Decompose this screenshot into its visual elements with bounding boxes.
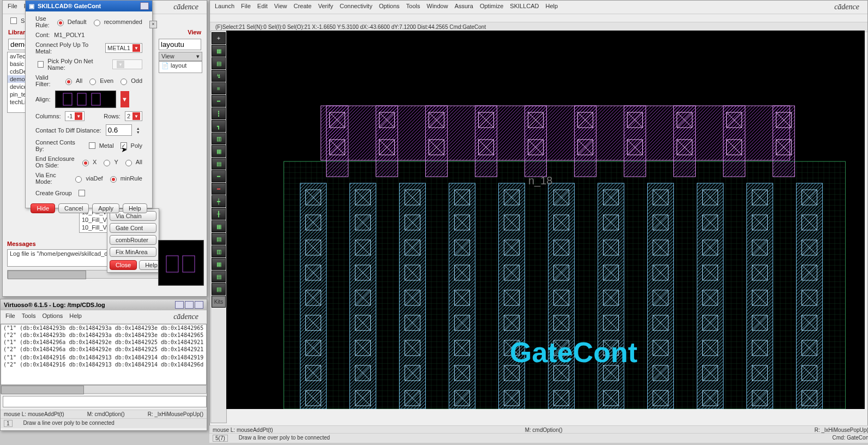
via-enc-minrule-radio[interactable] xyxy=(110,176,117,183)
svg-rect-146 xyxy=(92,93,100,105)
log-title: Virtuoso® 6.1.5 - Log: /tmp/CDS.log xyxy=(4,302,105,308)
menu-verify[interactable]: Verify xyxy=(315,2,336,13)
menu-assura[interactable]: Assura xyxy=(452,2,476,13)
view-search-input[interactable] xyxy=(159,39,201,50)
apply-button[interactable]: Apply xyxy=(92,203,119,213)
help-button[interactable]: Help xyxy=(123,203,147,213)
svg-rect-145 xyxy=(77,93,86,105)
gatecont-titlebar[interactable]: ▣ SKILLCAD® GateCont xyxy=(26,1,152,11)
menu-view[interactable]: View xyxy=(272,2,290,13)
valid-filter-even-radio[interactable] xyxy=(89,79,96,85)
minimize-icon[interactable] xyxy=(175,301,184,309)
tool-icon-16[interactable]: ▤ xyxy=(212,233,226,245)
view-item[interactable]: 📄 layout xyxy=(159,62,202,70)
tool-icon-5[interactable]: ━ xyxy=(212,95,226,107)
tool-icon-8[interactable]: ▥ xyxy=(212,133,226,145)
connect-conts-metal-check[interactable] xyxy=(89,142,95,149)
maximize-icon[interactable] xyxy=(185,301,194,309)
pick-poly-label: Pick Poly On Net Name: xyxy=(47,58,108,71)
log-text[interactable]: ("1" (db:0x1484293b db:0x1484293a db:0x1… xyxy=(1,324,207,385)
hide-button[interactable]: Hide xyxy=(31,203,55,213)
cancel-button[interactable]: Cancel xyxy=(58,203,89,213)
close-icon[interactable] xyxy=(140,2,149,10)
end-enc-x-radio[interactable] xyxy=(82,160,89,166)
shu-checkbox[interactable] xyxy=(10,17,17,24)
valid-filter-all-radio[interactable] xyxy=(65,79,72,85)
tool-icon-13[interactable]: ┿ xyxy=(212,195,226,207)
tool-kits-icon[interactable]: Kits xyxy=(212,296,226,308)
layout-canvas[interactable]: n_18 GateCont xyxy=(226,31,865,409)
tool-icon-17[interactable]: ▥ xyxy=(212,245,226,257)
chevron-down-icon[interactable]: ▼ xyxy=(132,44,140,52)
view-tab[interactable]: View xyxy=(161,53,174,60)
create-group-label: Create Group xyxy=(35,190,72,196)
menu-edit[interactable]: Edit xyxy=(255,2,270,13)
cursor-icon: ➤ xyxy=(121,145,128,154)
log-brand: cādence xyxy=(171,311,201,322)
tool-icon-9[interactable]: ▦ xyxy=(212,145,226,157)
libmgr-menu-file[interactable]: File xyxy=(5,2,20,13)
panel-close-icon[interactable]: × xyxy=(149,21,157,28)
rows-combo[interactable]: 2▼ xyxy=(125,111,142,121)
valid-filter-odd-radio[interactable] xyxy=(120,79,127,85)
end-enc-y-radio[interactable] xyxy=(104,160,110,166)
menu-help[interactable]: Help xyxy=(543,2,561,13)
via-enc-viadef-radio[interactable] xyxy=(75,176,82,183)
align-dropdown-icon[interactable]: ▼ xyxy=(120,91,129,107)
menu-window[interactable]: Window xyxy=(424,2,451,13)
log-menu-file[interactable]: File xyxy=(3,311,18,322)
tool-icon-19[interactable]: ▤ xyxy=(212,270,226,282)
log-menu-tools[interactable]: Tools xyxy=(19,311,39,322)
pick-poly-combo[interactable]: ▼ xyxy=(112,59,142,69)
tool-icon-20[interactable]: ▤ xyxy=(212,283,226,295)
tool-icon-18[interactable]: ▦ xyxy=(212,258,226,270)
log-menu-options[interactable]: Options xyxy=(39,311,65,322)
menu-options[interactable]: Options xyxy=(376,2,402,13)
log-window: Virtuoso® 6.1.5 - Log: /tmp/CDS.log File… xyxy=(0,299,207,431)
log-prompt-bar: 1 Draw a line over poly to be connected xyxy=(1,418,207,428)
log-hscroll[interactable] xyxy=(1,385,207,394)
popup-close-button[interactable]: Close xyxy=(110,260,137,270)
tool-icon-11[interactable]: ━ xyxy=(212,170,226,182)
tool-icon-10[interactable]: ▤ xyxy=(212,158,226,170)
tool-icon-6[interactable]: ┇ xyxy=(212,107,226,119)
spinner-icon[interactable]: ▲▼ xyxy=(136,127,140,134)
pick-poly-checkbox[interactable] xyxy=(38,61,44,68)
align-preview[interactable] xyxy=(55,91,116,108)
use-rule-recommended-radio[interactable] xyxy=(94,20,100,26)
gate-cont-button[interactable]: Gate Cont xyxy=(110,223,156,233)
log-menu-help[interactable]: Help xyxy=(67,311,85,322)
messages-heading: Messages xyxy=(7,240,36,247)
menu-skillcad[interactable]: SKILLCAD xyxy=(507,2,541,13)
tool-icon-7[interactable]: ┓ xyxy=(212,120,226,132)
menu-tools[interactable]: Tools xyxy=(403,2,423,13)
tool-icon-12[interactable]: ━ xyxy=(212,183,226,195)
tool-icon-14[interactable]: ╂ xyxy=(212,208,226,220)
fix-minarea-button[interactable]: Fix MinArea xyxy=(110,247,156,257)
log-cmd-input[interactable] xyxy=(3,396,207,407)
tool-icon-15[interactable]: ▦ xyxy=(212,220,226,232)
tool-plus-icon[interactable]: ＋ xyxy=(212,32,226,44)
menu-connectivity[interactable]: Connectivity xyxy=(337,2,375,13)
combrouter-button[interactable]: combRouter xyxy=(110,235,156,245)
columns-combo[interactable]: -1▼ xyxy=(65,111,85,121)
tool-icon-4[interactable]: ≡ xyxy=(212,82,226,94)
mouse-r: R: _lxHiMousePopUp() xyxy=(815,427,868,433)
close-icon[interactable] xyxy=(195,301,203,309)
connect-conts-label: Connect Conts By: xyxy=(35,139,82,152)
c2d-input[interactable] xyxy=(106,124,132,136)
tool-icon-2[interactable]: ▤ xyxy=(212,57,226,69)
tool-icon-3[interactable]: ↯ xyxy=(212,70,226,82)
menu-create[interactable]: Create xyxy=(291,2,314,13)
end-enc-all-radio[interactable] xyxy=(125,160,132,166)
connect-poly-combo[interactable]: METAL1▼ xyxy=(105,43,142,53)
log-prompt-num: 1 xyxy=(4,420,13,427)
log-titlebar[interactable]: Virtuoso® 6.1.5 - Log: /tmp/CDS.log xyxy=(1,299,207,310)
menu-launch[interactable]: Launch xyxy=(212,2,237,13)
menu-file[interactable]: File xyxy=(238,2,254,13)
log-line: ("1" (db:0x14842916 db:0x14842913 db:0x1… xyxy=(1,354,206,361)
create-group-checkbox[interactable] xyxy=(79,190,85,196)
use-rule-default-radio[interactable] xyxy=(57,20,64,26)
menu-optimize[interactable]: Optimize xyxy=(477,2,506,13)
tool-icon-1[interactable]: ▦ xyxy=(212,45,226,57)
